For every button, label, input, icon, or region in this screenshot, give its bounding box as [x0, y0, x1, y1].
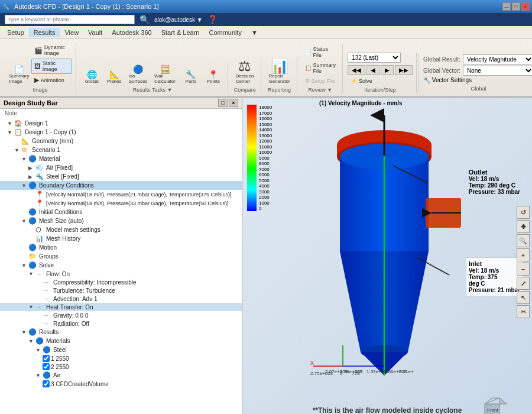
svg-text:Z: Z	[385, 360, 389, 366]
search-icon[interactable]: 🔍	[140, 15, 150, 24]
menu-view[interactable]: View	[60, 28, 83, 37]
vp-pan-button[interactable]: ✥	[517, 220, 530, 233]
menu-community[interactable]: Community	[204, 28, 246, 37]
wall-calculator-button[interactable]: 🧮 Wall Calculator	[151, 63, 179, 86]
viewport[interactable]: (1) Velocity Magnitude - mm/s 18000 1700…	[242, 98, 532, 414]
tree-item-design1[interactable]: ▼ 🏠 Design 1	[0, 119, 242, 128]
menu-autodesk360[interactable]: Autodesk 360	[107, 28, 156, 37]
vp-fit-button[interactable]: ⤢	[517, 277, 530, 290]
tree-item-air-results[interactable]: ▼ 🔵 Air	[0, 371, 242, 380]
cfd-volume-checkbox[interactable]	[43, 380, 50, 387]
vp-zoom-in-button[interactable]: +	[517, 248, 530, 261]
points-button[interactable]: 📍 Points	[203, 69, 224, 86]
menu-vault[interactable]: Vault	[83, 28, 107, 37]
vp-zoom-out-button[interactable]: −	[517, 263, 530, 276]
maximize-button[interactable]: □	[512, 2, 520, 11]
tree-item-boundary[interactable]: ▼ 🔵 Boundary Conditions	[0, 181, 242, 190]
panel-float-button[interactable]: □	[218, 99, 228, 107]
tree-item-advection[interactable]: → Advection: Adv 1	[0, 295, 242, 303]
tree-item-steel-1[interactable]: 1 2550	[0, 354, 242, 363]
tree-item-steel-2[interactable]: 2 2550	[0, 363, 242, 371]
color-legend: 18000 17000 16000 15000 14000 13000 1200…	[247, 104, 272, 211]
menu-results[interactable]: Results	[29, 28, 60, 37]
parts-button[interactable]: 🔧 Parts	[180, 69, 202, 86]
tree-item-bc1[interactable]: 📍 [Velocity Normal(18 m/s), Pressure(21 …	[0, 190, 242, 199]
window-controls[interactable]: — □ ×	[502, 2, 530, 11]
svg-text:778: 778	[352, 371, 360, 376]
tree-item-gravity[interactable]: → Gravity: 0 0 0	[0, 311, 242, 319]
planes-button[interactable]: 📐 Planes	[103, 69, 125, 86]
vp-zoom-button[interactable]: 🔍	[517, 234, 530, 247]
tree-item-cfd-volume[interactable]: 3 CFDCreatedVolume	[0, 380, 242, 388]
tree-item-bc2[interactable]: 📍 [Velocity Normal(18 m/s), Pressure(33 …	[0, 199, 242, 208]
vp-select-button[interactable]: ↖	[517, 291, 530, 304]
legend-gradient	[247, 105, 257, 211]
tree-item-scenario1[interactable]: ▼ ⚙ Scenario 1	[0, 145, 242, 154]
summary-image-button[interactable]: 📄 SummaryImage	[8, 63, 30, 86]
design-study-bar-title: Design Study Bar	[4, 99, 58, 106]
tree-item-results[interactable]: ▼ 🔵 Results	[0, 328, 242, 337]
help-icon[interactable]: ❓	[207, 15, 218, 24]
tree-item-geometry[interactable]: 📐 Geometry (mm)	[0, 137, 242, 145]
animation-button[interactable]: ▶ Animation	[31, 75, 73, 86]
close-button[interactable]: ×	[521, 2, 530, 11]
tree-item-turbulence[interactable]: → Turbulence: Turbulence	[0, 286, 242, 295]
tree-item-radiation[interactable]: → Radiation: Off	[0, 319, 242, 328]
tree-item-motion[interactable]: 🔵 Motion	[0, 243, 242, 252]
step-next-button[interactable]: ▶▶	[395, 65, 413, 75]
dynamic-image-button[interactable]: 🎬 Dynamic Image	[31, 43, 73, 58]
step-play-button[interactable]: ▶	[381, 65, 394, 75]
tree-item-mesh-settings[interactable]: ⬡ Model mesh settings	[0, 225, 242, 234]
global-result-select[interactable]: Velocity Magnitude	[463, 54, 532, 64]
tree-item-materials[interactable]: ▼ 🔵 Materials	[0, 337, 242, 345]
report-generator-button[interactable]: 📊 ReportGenerator	[266, 57, 293, 86]
svg-marker-33	[499, 398, 507, 404]
step-back-button[interactable]: ◀◀	[348, 65, 365, 75]
title-bar: 🔧 Autodesk CFD - [Design 1 - Copy (1) : …	[0, 0, 532, 13]
summary-file-button[interactable]: 📋 Summary File	[302, 60, 339, 76]
tree-item-design1-copy[interactable]: ▼ 📋 Design 1 - Copy (1)	[0, 128, 242, 137]
tree-item-flow[interactable]: ▼ → Flow: On	[0, 270, 242, 278]
tree-item-groups[interactable]: 📁 Groups	[0, 252, 242, 261]
tree-item-mesh-size[interactable]: ▼ 🔵 Mesh Size (auto)	[0, 216, 242, 225]
setup-file-button[interactable]: ⚙ Setup File	[302, 76, 339, 86]
solve-button[interactable]: ⚡ Solve	[348, 76, 375, 86]
menu-startlearn[interactable]: Start & Learn	[157, 28, 205, 37]
global-vector-select[interactable]: None	[463, 66, 532, 76]
menu-more[interactable]: ▼	[246, 28, 262, 37]
tree-item-steel-fixed[interactable]: ▶ 🔩 Steel [Fixed]	[0, 172, 242, 181]
tree-item-material[interactable]: ▼ 🔵 Material	[0, 154, 242, 163]
status-file-button[interactable]: 📄 Status File	[302, 44, 339, 60]
vp-rotate-button[interactable]: ↺	[517, 206, 530, 219]
tree-item-compressibility[interactable]: → Compressibility: Incompressible	[0, 278, 242, 286]
design-study-bar: Design Study Bar □ ×	[0, 98, 242, 109]
step-prev-button[interactable]: ◀	[366, 65, 379, 75]
decision-center-button[interactable]: ⚖ DecisionCenter	[233, 57, 257, 86]
tree-item-mesh-history[interactable]: 📊 Mesh History	[0, 234, 242, 243]
tree-item-heat-transfer[interactable]: ▼ → Heat Transfer: On	[0, 303, 242, 311]
iso-surfaces-button[interactable]: 🔵 Iso Surfaces	[126, 63, 150, 86]
menu-setup[interactable]: Setup	[2, 28, 29, 37]
vector-settings-button[interactable]: 🔧 Vector Settings	[423, 77, 472, 83]
tree-item-air-fixed[interactable]: ▶ 💨 Air [Fixed]	[0, 163, 242, 172]
iteration-select[interactable]: 132 (Last)	[348, 53, 401, 63]
search-input[interactable]	[8, 17, 132, 22]
global-button[interactable]: 🌐 Global	[81, 69, 102, 86]
image-group-label: Image	[33, 87, 48, 93]
tree-item-steel[interactable]: ▼ 🔵 Steel	[0, 345, 242, 354]
view-cube[interactable]: Front	[479, 392, 508, 414]
minimize-button[interactable]: —	[502, 2, 511, 11]
global-result-label: Global Result:	[423, 56, 460, 63]
reporting-group-label: Reporting	[268, 87, 291, 93]
user-info: alok@autodesk ▼	[154, 17, 203, 23]
results-tasks-group-label: Results Tasks ▼	[133, 87, 173, 93]
tree-item-solve[interactable]: ▼ 🔵 Solve	[0, 261, 242, 270]
static-image-button[interactable]: 🖼 Static Image	[31, 59, 73, 74]
left-panel: Design Study Bar □ × Note ▼ 🏠 Design 1 ▼…	[0, 98, 242, 414]
steel-1-checkbox[interactable]	[43, 355, 50, 362]
panel-close-button[interactable]: ×	[229, 99, 238, 107]
tree-item-initial-conditions[interactable]: 🔵 Initial Conditions	[0, 208, 242, 216]
axes-indicator: X Z 2.75e+003 2.07e+003 1.38e+003 689 1.…	[307, 342, 414, 379]
vp-cut-button[interactable]: ✂	[517, 305, 530, 318]
steel-2-checkbox[interactable]	[43, 363, 50, 370]
